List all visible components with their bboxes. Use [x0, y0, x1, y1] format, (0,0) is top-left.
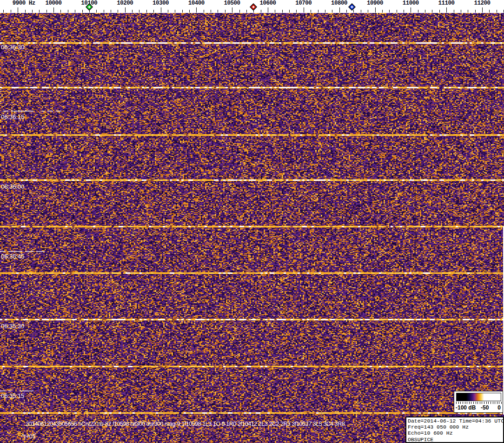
- frequency-axis: 9900 Hz100001010010200103001040010500106…: [0, 0, 504, 13]
- freq-tick: [368, 10, 368, 13]
- freq-tick: [382, 10, 383, 13]
- freq-tick: [446, 7, 447, 13]
- freq-tick: [125, 7, 126, 13]
- freq-tick: [168, 10, 168, 13]
- freq-tick-label: 10300: [153, 0, 169, 7]
- freq-tick: [404, 10, 404, 13]
- freq-tick: [132, 10, 133, 13]
- freq-tick: [439, 10, 440, 13]
- db-tick: [499, 402, 499, 404]
- freq-tick: [397, 10, 397, 13]
- db-tick: [476, 402, 476, 404]
- freq-tick: [475, 10, 476, 13]
- freq-tick: [239, 10, 240, 13]
- freq-tick: [75, 10, 75, 13]
- waterfall-display[interactable]: 06:36:3006:36:1506:36:0006:35:4506:35:30…: [0, 13, 504, 443]
- freq-tick-label: 11100: [438, 0, 455, 7]
- freq-tick: [454, 10, 454, 13]
- freq-tick: [118, 10, 118, 13]
- db-tick: [501, 402, 502, 404]
- freq-tick: [318, 10, 318, 13]
- time-label: 06:35:15: [1, 392, 24, 399]
- db-tick: [486, 402, 487, 404]
- freq-tick-label: 10000: [45, 0, 61, 7]
- freq-tick-label: 10500: [224, 0, 240, 7]
- freq-tick: [296, 10, 297, 13]
- freq-tick-label: 10600: [259, 0, 276, 7]
- time-label: 06:35:30: [1, 323, 24, 330]
- freq-tick: [104, 10, 104, 13]
- time-label: 06:36:30: [1, 44, 24, 51]
- freq-tick: [289, 10, 290, 13]
- db-tick: [495, 402, 495, 404]
- freq-tick: [161, 7, 161, 13]
- freq-tick: [268, 7, 268, 13]
- event-detection-text: 20140612043505656 hCnt22 nb-82 f10598 hi…: [26, 421, 345, 427]
- freq-tick: [432, 10, 432, 13]
- freq-tick: [11, 10, 11, 13]
- frequency-marker-green-diamond-icon[interactable]: [86, 3, 93, 11]
- db-tick: [463, 402, 463, 404]
- freq-tick-label: 11200: [474, 0, 490, 7]
- freq-tick: [461, 10, 461, 13]
- freq-tick: [225, 10, 225, 13]
- db-tick: [471, 402, 471, 404]
- freq-tick: [39, 10, 40, 13]
- info-echo: Echo=10 600 Hz: [408, 430, 503, 436]
- db-tick: [460, 402, 461, 404]
- db-tick: [473, 402, 474, 404]
- freq-tick: [182, 10, 183, 13]
- freq-tick: [3, 10, 4, 13]
- freq-tick: [68, 10, 68, 13]
- db-tick: [465, 402, 465, 404]
- freq-tick: [361, 10, 361, 13]
- freq-tick: [25, 10, 26, 13]
- freq-tick: [261, 10, 261, 13]
- freq-tick: [325, 10, 325, 13]
- freq-tick-label: 10900: [367, 0, 383, 7]
- frequency-marker-blue-diamond-icon[interactable]: [348, 3, 356, 11]
- time-exponent-label: ^t+05: [21, 433, 36, 440]
- freq-tick: [346, 10, 347, 13]
- freq-tick: [411, 7, 411, 13]
- observation-info-box: Date=2014-06-12 Time=04:36 UTC Freq=143 …: [405, 417, 504, 443]
- freq-tick: [111, 10, 111, 13]
- db-tick: [488, 402, 489, 404]
- freq-tick: [218, 10, 218, 13]
- freq-tick: [311, 10, 311, 13]
- db-tick: [497, 402, 497, 404]
- freq-tick: [282, 10, 283, 13]
- freq-tick: [53, 7, 54, 13]
- freq-tick: [146, 10, 147, 13]
- freq-tick: [489, 10, 490, 13]
- db-scale-labels: -100 dB -50 0: [454, 404, 503, 412]
- time-label: 06:35:45: [1, 253, 24, 260]
- freq-tick: [468, 10, 468, 13]
- freq-tick: [304, 7, 304, 13]
- freq-tick-label: 10200: [117, 0, 133, 7]
- db-label-mid: -50: [481, 404, 489, 411]
- db-tick: [458, 402, 459, 404]
- freq-tick: [211, 10, 211, 13]
- freq-tick: [96, 10, 97, 13]
- freq-tick: [82, 10, 83, 13]
- freq-tick-label: 10700: [295, 0, 312, 7]
- freq-tick-label: 11000: [403, 0, 419, 7]
- db-label-min: -100 dB: [456, 404, 476, 411]
- freq-tick: [232, 7, 232, 13]
- colormap-gradient: [456, 393, 501, 401]
- frequency-marker-red-diamond-icon[interactable]: [250, 3, 257, 11]
- freq-tick: [246, 10, 247, 13]
- info-date-time: Date=2014-06-12 Time=04:36 UTC: [408, 418, 503, 424]
- freq-tick: [189, 10, 190, 13]
- spectrogram-canvas[interactable]: [0, 13, 504, 443]
- freq-tick-label: 9900 Hz: [13, 0, 35, 7]
- freq-tick: [153, 10, 154, 13]
- db-scale-legend: -100 dB -50 0: [454, 391, 503, 413]
- freq-tick: [418, 10, 418, 13]
- db-tick: [467, 402, 467, 404]
- freq-tick: [18, 7, 18, 13]
- freq-tick: [497, 10, 497, 13]
- freq-tick: [332, 10, 332, 13]
- freq-tick: [339, 7, 340, 13]
